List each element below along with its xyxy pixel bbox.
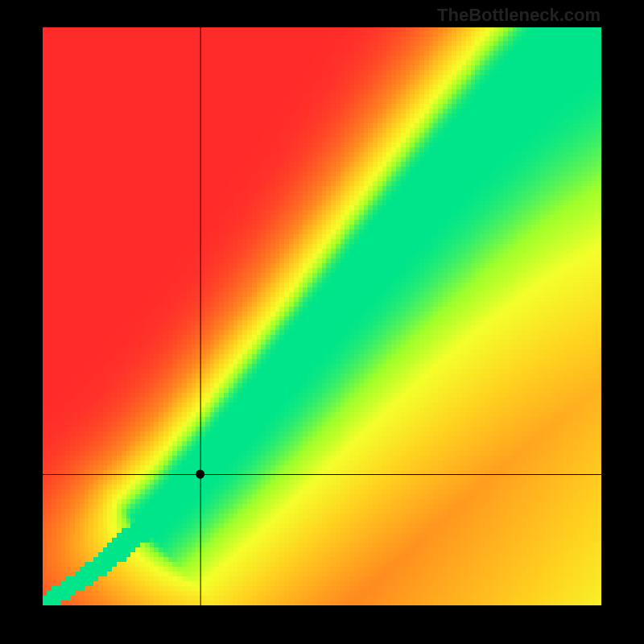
heatmap-canvas (43, 27, 601, 605)
chart-container: TheBottleneck.com (0, 0, 644, 644)
heatmap-plot (43, 27, 601, 605)
watermark-text: TheBottleneck.com (437, 5, 601, 26)
